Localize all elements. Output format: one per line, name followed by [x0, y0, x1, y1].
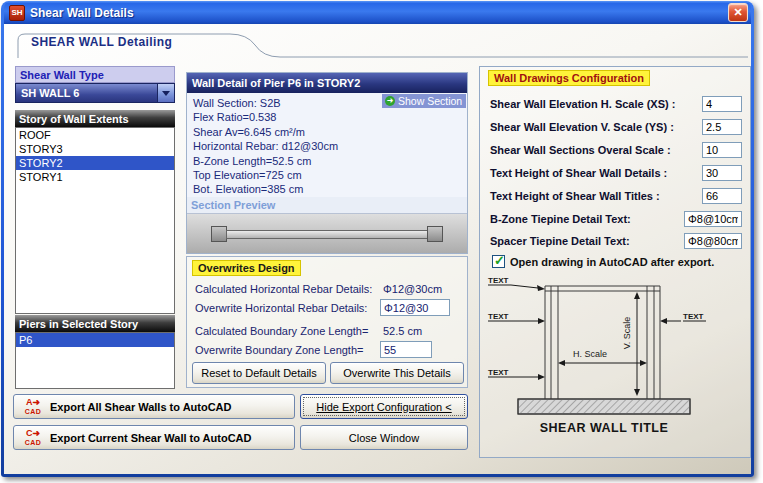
hide-export-config-button[interactable]: Hide Export Configuration <	[300, 394, 468, 419]
dialog-client-area: SHEAR WALL Detailing Shear Wall Type SH …	[4, 24, 751, 474]
v-scale-ys-input[interactable]	[702, 119, 742, 135]
wall-detail-header: Wall Detail of Pier P6 in STORY2	[187, 73, 467, 93]
config-field-label: Shear Wall Sections Overal Scale :	[490, 144, 671, 156]
show-section-link[interactable]: ➜ Show Section	[382, 94, 466, 108]
spacer-tiepine-input[interactable]	[684, 233, 742, 249]
story-item[interactable]: ROOF	[16, 128, 174, 142]
story-listbox: ROOF STORY3 STORY2 STORY1	[15, 127, 175, 314]
wall-elevation-diagram: TEXT TEXT TEXT TEXT	[480, 269, 750, 457]
detail-line: Flex Ratio=0.538	[193, 110, 467, 124]
section-right-boundary	[427, 226, 443, 242]
overwrite-rebar-input[interactable]	[380, 299, 450, 316]
foundation	[518, 399, 690, 414]
config-field-label: B-Zone Tiepine Detail Text:	[490, 213, 631, 225]
check-icon: ✓	[494, 253, 505, 268]
shear-wall-title: SHEAR WALL TITLE	[540, 421, 669, 435]
wall-outline	[545, 286, 660, 399]
diagram-annotations: TEXT TEXT TEXT TEXT	[488, 276, 706, 380]
diagram-text-label: TEXT	[488, 368, 509, 377]
config-field-label: Text Height of Shear Wall Titles :	[490, 190, 660, 202]
reset-default-button[interactable]: Reset to Default Details	[192, 362, 326, 384]
config-row: B-Zone Tiepine Detail Text:	[490, 211, 742, 229]
close-window-button[interactable]: Close Window	[300, 425, 468, 450]
window-title: Shear Wall Details	[30, 6, 723, 20]
h-scale-label: H. Scale	[573, 349, 607, 359]
detail-line: Top Elevation=725 cm	[193, 168, 467, 182]
story-item[interactable]: STORY1	[16, 170, 174, 184]
config-field-label: Spacer Tiepine Detail Text:	[490, 235, 630, 247]
overwrite-details-button[interactable]: Overwrite This Details	[330, 362, 464, 384]
wall-type-combo[interactable]: SH WALL 6	[15, 83, 175, 103]
diagram-text-label: TEXT	[488, 276, 509, 285]
text-height-titles-input[interactable]	[702, 188, 742, 204]
config-row: Shear Wall Elevation V. Scale (YS) :	[490, 119, 742, 137]
v-scale-dimension: V. Scale	[622, 292, 640, 396]
overwrites-design-group: Overwrites Design Calculated Horizontal …	[186, 256, 468, 388]
pier-item-selected[interactable]: P6	[16, 333, 174, 347]
config-field-label: Shear Wall Elevation H. Scale (XS) :	[490, 98, 675, 110]
wall-type-header: Shear Wall Type	[15, 66, 175, 83]
diagram-text-label: TEXT	[488, 312, 509, 321]
section-preview	[187, 213, 467, 253]
detail-line: Bot. Elevation=385 cm	[193, 182, 467, 196]
h-scale-xs-input[interactable]	[702, 96, 742, 112]
export-current-label: Export Current Shear Wall to AutoCAD	[50, 432, 251, 444]
wall-detail-group: Wall Detail of Pier P6 in STORY2 ➜ Show …	[186, 72, 468, 254]
autocad-export-checkbox[interactable]: ✓	[492, 255, 505, 268]
overwrites-design-header: Overwrites Design	[192, 260, 301, 276]
config-row: Shear Wall Elevation H. Scale (XS) :	[490, 96, 742, 114]
overwrite-rebar-label: Overwrite Horizontal Rebar Details:	[195, 302, 367, 314]
config-field-label: Shear Wall Elevation V. Scale (YS) :	[490, 121, 674, 133]
app-icon: SH	[9, 5, 25, 21]
h-scale-dimension: H. Scale	[558, 349, 647, 366]
combo-dropdown-button[interactable]	[157, 84, 174, 102]
autocad-export-label: Open drawing in AutoCAD after export.	[510, 256, 714, 268]
wall-drawings-config-header: Wall Drawings Configuration	[488, 70, 650, 86]
export-all-button[interactable]: A➜ CAD Export All Shear Walls to AutoCAD	[13, 394, 295, 419]
bzone-tiepine-input[interactable]	[684, 211, 742, 227]
wall-type-value: SH WALL 6	[16, 87, 157, 99]
detail-line: B-Zone Length=52.5 cm	[193, 154, 467, 168]
config-row: Text Height of Shear Wall Details :	[490, 165, 742, 183]
story-list-header: Story of Wall Extents	[15, 110, 175, 127]
config-row: Shear Wall Sections Overal Scale :	[490, 142, 742, 160]
chevron-down-icon	[162, 91, 170, 96]
tab-shear-wall-detailing: SHEAR WALL Detailing	[31, 35, 172, 49]
section-web	[226, 230, 428, 239]
v-scale-label: V. Scale	[622, 317, 632, 350]
pier-listbox: P6	[15, 332, 175, 389]
section-left-boundary	[211, 226, 227, 242]
detail-line: Shear Av=6.645 cm²/m	[193, 125, 467, 139]
wall-drawings-config-panel: Wall Drawings Configuration Shear Wall E…	[479, 66, 751, 458]
calc-rebar-value: Φ12@30cm	[383, 283, 442, 295]
export-current-button[interactable]: C➜ CAD Export Current Shear Wall to Auto…	[13, 425, 295, 450]
story-item[interactable]: STORY3	[16, 142, 174, 156]
dialog-window: SH Shear Wall Details ✕ SHEAR WALL Detai…	[1, 1, 754, 477]
story-item-selected[interactable]: STORY2	[16, 156, 174, 170]
sections-scale-input[interactable]	[702, 142, 742, 158]
wall-detail-info: ➜ Show Section Wall Section: S2B Flex Ra…	[187, 93, 467, 197]
ccad-icon: C➜ CAD	[20, 429, 46, 447]
text-height-details-input[interactable]	[702, 165, 742, 181]
window-close-button[interactable]: ✕	[728, 3, 748, 22]
detail-line: Horizontal Rebar: d12@30cm	[193, 139, 467, 153]
show-section-label: Show Section	[398, 95, 462, 107]
diagram-text-label: TEXT	[683, 312, 704, 321]
titlebar: SH Shear Wall Details ✕	[4, 1, 751, 24]
acad-icon: A➜ CAD	[20, 398, 46, 416]
calc-bzone-label: Calculated Boundary Zone Length=	[195, 325, 368, 337]
pier-list-header: Piers in Selected Story	[15, 315, 175, 332]
open-autocad-row: ✓ Open drawing in AutoCAD after export.	[492, 255, 714, 268]
calc-rebar-label: Calculated Horizontal Rebar Details:	[195, 283, 372, 295]
config-field-label: Text Height of Shear Wall Details :	[490, 167, 667, 179]
overwrite-bzone-label: Overwrite Boundary Zone Length=	[195, 344, 363, 356]
export-all-label: Export All Shear Walls to AutoCAD	[50, 401, 232, 413]
overwrite-bzone-input[interactable]	[380, 341, 432, 358]
calc-bzone-value: 52.5 cm	[383, 325, 422, 337]
section-preview-label: Section Preview	[187, 197, 467, 213]
config-row: Text Height of Shear Wall Titles :	[490, 188, 742, 206]
arrow-icon: ➜	[385, 96, 395, 106]
config-row: Spacer Tiepine Detail Text:	[490, 233, 742, 251]
